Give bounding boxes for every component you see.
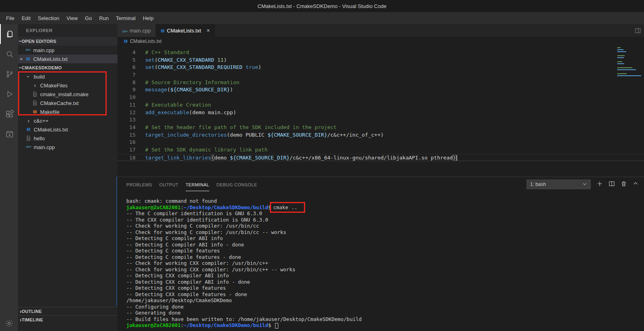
code-editor[interactable]: 4# C++ Standard5set(CMAKE_CXX_STANDARD 1…: [117, 46, 644, 177]
kill-terminal-button[interactable]: [621, 181, 627, 188]
activity-source-control-icon[interactable]: [0, 64, 18, 84]
minimap-line: [617, 51, 626, 52]
menu-help[interactable]: Help: [139, 13, 157, 23]
menu-run[interactable]: Run: [95, 13, 112, 23]
minimap-line: [617, 57, 624, 58]
split-editor-icon[interactable]: [635, 24, 644, 37]
code-line-10: 10: [117, 94, 644, 101]
close-icon[interactable]: ×: [18, 56, 24, 62]
line-number: 18: [117, 154, 136, 161]
tree-item-makefile[interactable]: MMakefile: [18, 107, 117, 116]
activity-deploy-box-icon[interactable]: [0, 124, 18, 144]
terminal-line: -- Detecting CXX compiler ABI info: [126, 272, 644, 279]
file-file-icon: [31, 100, 38, 106]
tree-item-main-cpp[interactable]: C++main.cpp: [18, 143, 117, 151]
tree-item-label: build: [34, 74, 45, 80]
breadcrumb[interactable]: M CMakeLists.txt: [117, 37, 644, 46]
activity-run-debug-icon[interactable]: [0, 84, 18, 104]
tree-item-build[interactable]: ›build: [18, 72, 117, 81]
minimap-line: [617, 69, 636, 70]
settings-gear-icon[interactable]: [0, 319, 18, 328]
open-editor-main-cpp[interactable]: C++main.cpp: [18, 46, 117, 54]
activity-search-icon[interactable]: [0, 44, 18, 64]
tree-item-cmake-install-cmake[interactable]: cmake_install.cmake: [18, 90, 117, 99]
cpp-file-icon: C++: [25, 145, 32, 149]
file-file-icon: [31, 91, 38, 97]
tree-item-c-c[interactable]: ›c&c++: [18, 116, 117, 125]
terminal-line: -- Check for working C compiler: /usr/bi…: [126, 229, 644, 236]
maximize-panel-button[interactable]: [633, 181, 638, 188]
chevron-down-icon: [582, 182, 587, 188]
activity-extensions-icon[interactable]: [0, 104, 18, 124]
open-editors-header[interactable]: › OPEN EDITORS: [18, 37, 117, 46]
project-header[interactable]: › CMAKESDKDEMO: [18, 63, 117, 72]
code-line-7: 7: [117, 71, 644, 79]
window-titlebar[interactable]: CMakeLists.txt - CmakeSDKDemo - Visual S…: [0, 0, 644, 12]
cmake-file-icon: M: [124, 39, 128, 44]
close-icon[interactable]: ×: [207, 27, 210, 34]
panel-tab-debug-console[interactable]: DEBUG CONSOLE: [217, 178, 257, 191]
minimap[interactable]: [615, 47, 644, 77]
line-number: 4: [117, 49, 136, 57]
panel-tab-problems[interactable]: PROBLEMS: [126, 178, 152, 191]
minimap-line: [617, 63, 624, 64]
menu-go[interactable]: Go: [81, 13, 95, 23]
menu-bar: FileEditSelectionViewGoRunTerminalHelp: [0, 12, 644, 24]
tree-item-cmakecache-txt[interactable]: CMakeCache.txt: [18, 99, 117, 107]
panel-tab-terminal[interactable]: TERMINAL: [186, 178, 209, 191]
cmake-file-icon: M: [24, 57, 32, 61]
terminal-line: -- Detecting C compiler ABI info: [126, 235, 644, 242]
line-number: 10: [117, 94, 136, 101]
terminal-shell-select[interactable]: 1: bash: [527, 180, 591, 189]
panel-tab-output[interactable]: OUTPUT: [159, 178, 178, 191]
chevron-right-icon[interactable]: ›: [25, 118, 32, 123]
chevron-down-icon[interactable]: ›: [25, 74, 32, 79]
code-line-13: 13: [117, 116, 644, 124]
terminal-line: -- Detecting C compile features - done: [126, 254, 644, 260]
terminal-line: -- Detecting CXX compiler ABI info - don…: [126, 279, 644, 285]
sidebar-section-timeline[interactable]: ›TIMELINE: [18, 315, 117, 324]
code-line-17: 17# Set the SDK dynamic library link pat…: [117, 146, 644, 154]
minimap-line: [617, 75, 641, 76]
line-number: 15: [117, 131, 136, 139]
line-content: [136, 94, 145, 101]
cmake-file-icon: M: [25, 127, 32, 132]
menu-edit[interactable]: Edit: [18, 13, 34, 23]
terminal-line: jakauser@ZuCAB2001:~/Desktop/CmakeSDKDem…: [126, 204, 644, 211]
tree-item-hello[interactable]: hello: [18, 134, 117, 143]
tab-cmakelists-txt[interactable]: MCMakeLists.txt×: [156, 24, 215, 37]
terminal[interactable]: bash: cmaek: command not foundjakauser@Z…: [117, 192, 644, 331]
new-terminal-button[interactable]: [597, 181, 603, 188]
activity-explorer-icon[interactable]: [0, 24, 18, 44]
terminal-line: jakauser@ZuCAB2001:~/Desktop/CmakeSDKDem…: [126, 322, 644, 329]
line-content: [136, 71, 145, 79]
tree-item-cmakefiles[interactable]: ›CMakeFiles: [18, 81, 117, 90]
menu-view[interactable]: View: [63, 13, 81, 23]
tab-main-cpp[interactable]: C++main.cpp: [117, 24, 156, 37]
line-content: target_include_directories(demo PUBLIC $…: [136, 131, 384, 139]
cpp-file-icon: C++: [24, 48, 32, 52]
chevron-right-icon[interactable]: ›: [31, 83, 38, 88]
code-line-15: 15target_include_directories(demo PUBLIC…: [117, 131, 644, 139]
line-number: 8: [117, 79, 136, 87]
terminal-line: -- The CXX compiler identification is GN…: [126, 217, 644, 223]
file-file-icon: [25, 135, 32, 141]
menu-terminal[interactable]: Terminal: [112, 13, 139, 23]
open-editor-cmakelists-txt[interactable]: ×MCMakeLists.txt: [18, 54, 117, 63]
line-content: # Source Directory Information: [136, 79, 239, 87]
menu-file[interactable]: File: [2, 13, 18, 23]
cmake-file-icon: M: [161, 28, 164, 34]
annotation-box-cmake-command: cmake ..: [272, 204, 303, 211]
menu-selection[interactable]: Selection: [34, 13, 63, 23]
split-terminal-button[interactable]: [609, 181, 615, 188]
terminal-line: -- Detecting C compiler ABI info - done: [126, 242, 644, 248]
tree-item-cmakelists-txt[interactable]: MCMakeLists.txt: [18, 125, 117, 134]
panel-focus-border: [116, 177, 117, 306]
code-line-14: 14# Set the header file path of the SDK …: [117, 124, 644, 131]
code-line-9: 9message(${CMAKE_SOURCE_DIR}): [117, 86, 644, 94]
line-number: 13: [117, 116, 136, 124]
tree-item-label: Makefile: [40, 109, 59, 115]
text-cursor: [456, 155, 457, 161]
tree-item-label: cmake_install.cmake: [40, 91, 89, 97]
sidebar-section-outline[interactable]: ›OUTLINE: [18, 307, 117, 315]
